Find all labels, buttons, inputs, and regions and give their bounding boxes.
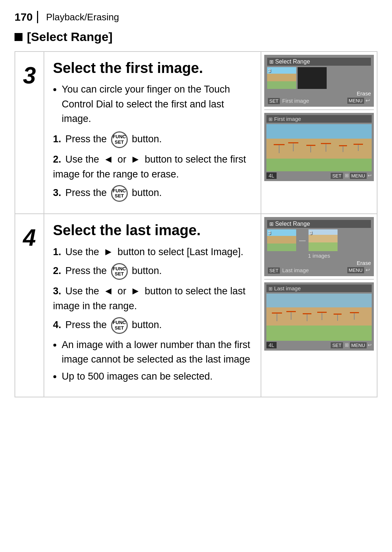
step3-item1-text: Press the [65,134,107,144]
func-set-button-1: FUNCSET [111,131,128,148]
step4-item1-text2: button to select [Last Image]. [118,246,244,257]
step3-divider [264,110,374,110]
step4-menu-badge: MENU [347,267,364,273]
step4-screen1-footer: SET Last image MENU ↩ [267,267,371,273]
step4-item2: 2. Press the FUNCSET button. [53,263,252,280]
step4-screen1-title: ⊞ Select Range [267,220,371,228]
step3-item1: 1. Press the FUNCSET button. [53,131,252,148]
step4-item4-prefix: 4. [53,319,61,330]
step4-screen2-footer: 4L SET ⊞ MENU ↩ [266,342,372,348]
svg-rect-16 [266,307,372,326]
step4-item4-suffix: button. [132,319,162,330]
step4-item4: 4. Press the FUNCSET button. [53,317,252,334]
svg-rect-26 [334,314,342,315]
step4-dash: — [298,229,307,251]
func-set-button-2: FUNCSET [111,185,128,202]
step4-item1-text1: Use the [65,246,99,257]
step3-number: 3 [15,52,44,213]
step4-back-badge: ↩ [366,267,370,273]
step3-screen1: ⊞ Select Range 3 Erase SET [264,55,374,107]
step4-item3: 3. Use the ◄ or ► button to select the l… [53,283,252,314]
step3-row: 3 Select the first image. You can circle… [15,52,377,214]
step4-large-img [266,294,372,341]
svg-rect-28 [350,312,359,313]
step4-set-menu-row: SET ⊞ MENU ↩ [331,342,372,348]
step4-thumb-beach-right: 3 [309,229,338,251]
step3-screen2-title: ⊞ First image [266,115,372,123]
step4-item3-prefix: 3. [53,286,61,297]
select-range-heading: [Select Range] [15,30,377,44]
step3-content: Select the first image. You can circle y… [44,52,261,213]
step3-back-badge: ↩ [366,97,370,103]
step4-4l-badge: 4L [266,342,277,348]
step4-last-label: Last image [282,267,309,273]
step3-beach-svg [266,124,372,171]
main-content-border: 3 Select the first image. You can circle… [15,51,377,397]
step3-item3-prefix: 3. [53,187,61,198]
step4-s2-icon: ⊞ [345,342,349,348]
step3-item2: 2. Use the ◄ or ► button to select the f… [53,152,252,182]
step4-item1-prefix: 1. [53,246,61,257]
step3-item2-or: or [118,154,126,165]
step4-s2-back: ↩ [368,342,372,348]
step4-thumb-beach-left: 3 [267,229,296,251]
func-set-button-4: FUNCSET [111,317,128,334]
svg-rect-24 [317,312,327,313]
step4-erase-label: Erase [267,260,371,266]
step3-thumb-beach: 3 [267,67,296,89]
svg-rect-1 [266,139,372,159]
step4-arrow-right: ► [103,246,114,257]
step4-item2-text: Press the [65,265,107,276]
svg-rect-13 [354,144,363,145]
step4-s2-menu: MENU [350,342,367,348]
step4-screen2-title: ⊞ Last image [266,285,372,292]
page-header: 170 Playback/Erasing [15,11,377,23]
step3-screen1-body: 3 [267,67,371,89]
step3-item3-text: Press the [65,187,107,198]
step4-bullet2: Up to 500 images can be selected. [62,369,252,384]
step3-item2-prefix: 2. [53,154,61,165]
step3-arrow-right: ► [130,154,140,165]
step3-thumb-black [298,67,327,89]
step4-title: Select the last image. [53,222,252,238]
step4-images-count: 1 images [267,253,371,259]
step3-item3-suffix: button. [132,187,162,198]
step4-screen2: ⊞ Last image [264,282,374,351]
svg-rect-20 [286,311,296,312]
step3-grid-icon: ⊞ [269,59,274,65]
step3-screen1-title: ⊞ Select Range [267,58,371,66]
func-set-button-3: FUNCSET [111,263,128,280]
step3-screen2-footer: 4L SET ⊞ MENU ↩ [266,172,372,179]
step4-bullets: An image with a lower number than the fi… [62,338,252,384]
page-wrapper: 170 Playback/Erasing [Select Range] 3 Se… [0,0,392,419]
step3-menu-badge: MENU [347,98,364,104]
step4-item3-or: or [118,286,126,297]
svg-rect-2 [266,159,372,171]
page-number: 170 [15,11,38,23]
select-range-title: [Select Range] [27,30,113,44]
step3-body: You can circle your finger on the Touch … [53,82,252,202]
svg-rect-22 [303,313,311,314]
svg-rect-3 [274,144,285,145]
step4-arrow-right2: ► [130,285,140,297]
step4-row: 4 Select the last image. 1. Use the ► bu… [15,214,377,397]
step3-s2-menu: MENU [350,173,367,179]
svg-rect-5 [288,142,298,143]
step4-screen1-body: 3 — 3 [267,229,371,251]
step3-s2-icon: ⊞ [345,173,349,179]
svg-rect-11 [339,145,347,146]
step3-erase-label: Erase [267,90,371,97]
step4-s2-set: SET [331,342,343,348]
step4-item2-suffix: button. [132,265,162,276]
black-square-icon [15,33,23,41]
step3-title: Select the first image. [53,60,252,76]
step4-divider [264,279,374,279]
step3-set-badge: SET [268,98,280,104]
step4-arrow-left: ◄ [103,285,114,297]
step3-images-col: ⊞ Select Range 3 Erase SET [261,52,377,213]
step4-body: 1. Use the ► button to select [Last Imag… [53,244,252,384]
step3-bullet1: You can circle your finger on the Touch … [62,82,252,126]
step4-item3-text1: Use the [65,286,99,297]
step4-images-col: ⊞ Select Range 3 — 3 1 images [261,214,377,397]
step3-item2-text1: Use the [65,154,99,165]
